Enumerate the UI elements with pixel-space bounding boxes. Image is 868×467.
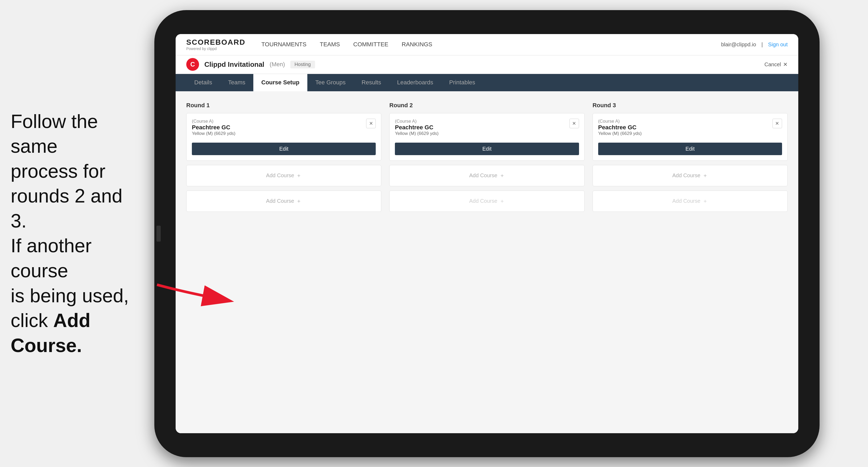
add-course-text-r2-1: Add Course ＋ xyxy=(469,172,505,179)
separator: | xyxy=(761,41,763,48)
round-3-column: Round 3 (Course A) Peachtree GC Yellow (… xyxy=(593,102,788,216)
round-2-course-card: (Course A) Peachtree GC Yellow (M) (6629… xyxy=(389,113,584,161)
round-3-edit-button[interactable]: Edit xyxy=(598,143,782,155)
plus-icon-r2-2: ＋ xyxy=(499,197,505,205)
tab-printables[interactable]: Printables xyxy=(441,74,483,91)
cancel-x-icon: ✕ xyxy=(783,61,788,68)
round-1-add-course-1[interactable]: Add Course ＋ xyxy=(186,165,381,186)
tab-tee-groups[interactable]: Tee Groups xyxy=(307,74,354,91)
tournament-name: Clippd Invitational xyxy=(204,60,264,69)
sign-out-link[interactable]: Sign out xyxy=(768,41,788,48)
round-2-add-course-1[interactable]: Add Course ＋ xyxy=(389,165,584,186)
round-2-add-course-2: Add Course ＋ xyxy=(389,190,584,212)
tournament-logo: C xyxy=(186,58,199,71)
course-label-r3: (Course A) xyxy=(598,119,642,124)
plus-icon-r3-1: ＋ xyxy=(703,172,708,179)
round-3-label: Round 3 xyxy=(593,102,788,109)
course-label-r2: (Course A) xyxy=(395,119,438,124)
nav-left: SCOREBOARD Powered by clippd TOURNAMENTS… xyxy=(186,38,432,51)
tablet-device: SCOREBOARD Powered by clippd TOURNAMENTS… xyxy=(154,10,819,457)
tab-results[interactable]: Results xyxy=(354,74,389,91)
tab-teams[interactable]: Teams xyxy=(220,74,253,91)
course-name-r3: Peachtree GC xyxy=(598,124,642,131)
round-2-column: Round 2 (Course A) Peachtree GC Yellow (… xyxy=(389,102,584,216)
plus-icon-r1-2: ＋ xyxy=(296,197,302,205)
round-2-delete-button[interactable]: ✕ xyxy=(569,119,579,128)
round-1-column: Round 1 (Course A) Peachtree GC Yellow (… xyxy=(186,102,381,216)
cancel-button[interactable]: Cancel ✕ xyxy=(765,61,788,68)
main-content: Round 1 (Course A) Peachtree GC Yellow (… xyxy=(176,91,798,433)
plus-icon-r2-1: ＋ xyxy=(499,172,505,179)
round-3-add-course-2: Add Course ＋ xyxy=(593,190,788,212)
round-1-add-course-2[interactable]: Add Course ＋ xyxy=(186,190,381,212)
nav-rankings[interactable]: RANKINGS xyxy=(402,41,432,48)
nav-tournaments[interactable]: TOURNAMENTS xyxy=(261,41,307,48)
round-1-label: Round 1 xyxy=(186,102,381,109)
tab-bar: Details Teams Course Setup Tee Groups Re… xyxy=(176,74,798,91)
nav-committee[interactable]: COMMITTEE xyxy=(353,41,389,48)
round-1-course-card: (Course A) Peachtree GC Yellow (M) (6629… xyxy=(186,113,381,161)
add-course-text-r1-1: Add Course ＋ xyxy=(266,172,302,179)
top-navigation: SCOREBOARD Powered by clippd TOURNAMENTS… xyxy=(176,34,798,55)
tab-details[interactable]: Details xyxy=(186,74,220,91)
round-3-course-card: (Course A) Peachtree GC Yellow (M) (6629… xyxy=(593,113,788,161)
plus-icon-r1-1: ＋ xyxy=(296,172,302,179)
tournament-format: (Men) xyxy=(270,61,285,68)
logo-area: SCOREBOARD Powered by clippd xyxy=(186,38,245,51)
course-info-r3: (Course A) Peachtree GC Yellow (M) (6629… xyxy=(598,119,642,140)
instruction-text: Follow the same process for rounds 2 and… xyxy=(0,98,154,369)
tablet-screen: SCOREBOARD Powered by clippd TOURNAMENTS… xyxy=(176,34,798,433)
course-info-r2: (Course A) Peachtree GC Yellow (M) (6629… xyxy=(395,119,438,140)
course-name: Peachtree GC xyxy=(192,124,236,131)
round-3-add-course-1[interactable]: Add Course ＋ xyxy=(593,165,788,186)
add-course-text-r2-2: Add Course ＋ xyxy=(469,197,505,205)
tablet-side-button xyxy=(156,226,161,242)
nav-right: blair@clippd.io | Sign out xyxy=(721,41,788,48)
course-label: (Course A) xyxy=(192,119,236,124)
logo-text: SCOREBOARD xyxy=(186,38,245,46)
course-tee: Yellow (M) (6629 yds) xyxy=(192,131,236,136)
round-3-delete-button[interactable]: ✕ xyxy=(772,119,782,128)
add-course-text-r3-1: Add Course ＋ xyxy=(673,172,708,179)
add-course-text-r1-2: Add Course ＋ xyxy=(266,197,302,205)
add-course-text-r3-2: Add Course ＋ xyxy=(673,197,708,205)
tournament-info: C Clippd Invitational (Men) Hosting xyxy=(186,58,315,71)
nav-links: TOURNAMENTS TEAMS COMMITTEE RANKINGS xyxy=(261,41,432,48)
user-email: blair@clippd.io xyxy=(721,41,756,48)
round-2-label: Round 2 xyxy=(389,102,584,109)
course-card-header-r3: (Course A) Peachtree GC Yellow (M) (6629… xyxy=(598,119,782,140)
tab-course-setup[interactable]: Course Setup xyxy=(253,74,307,91)
plus-icon-r3-2: ＋ xyxy=(703,197,708,205)
course-tee-r2: Yellow (M) (6629 yds) xyxy=(395,131,438,136)
nav-teams[interactable]: TEAMS xyxy=(320,41,340,48)
tab-leaderboards[interactable]: Leaderboards xyxy=(389,74,441,91)
course-name-r2: Peachtree GC xyxy=(395,124,438,131)
course-card-header-r2: (Course A) Peachtree GC Yellow (M) (6629… xyxy=(395,119,579,140)
course-tee-r3: Yellow (M) (6629 yds) xyxy=(598,131,642,136)
hosting-badge: Hosting xyxy=(290,61,315,68)
round-1-edit-button[interactable]: Edit xyxy=(192,143,376,155)
rounds-grid: Round 1 (Course A) Peachtree GC Yellow (… xyxy=(186,102,788,216)
logo-sub: Powered by clippd xyxy=(186,46,245,51)
course-card-header: (Course A) Peachtree GC Yellow (M) (6629… xyxy=(192,119,376,140)
sub-header: C Clippd Invitational (Men) Hosting Canc… xyxy=(176,55,798,74)
course-info: (Course A) Peachtree GC Yellow (M) (6629… xyxy=(192,119,236,140)
round-2-edit-button[interactable]: Edit xyxy=(395,143,579,155)
round-1-delete-button[interactable]: ✕ xyxy=(366,119,376,128)
